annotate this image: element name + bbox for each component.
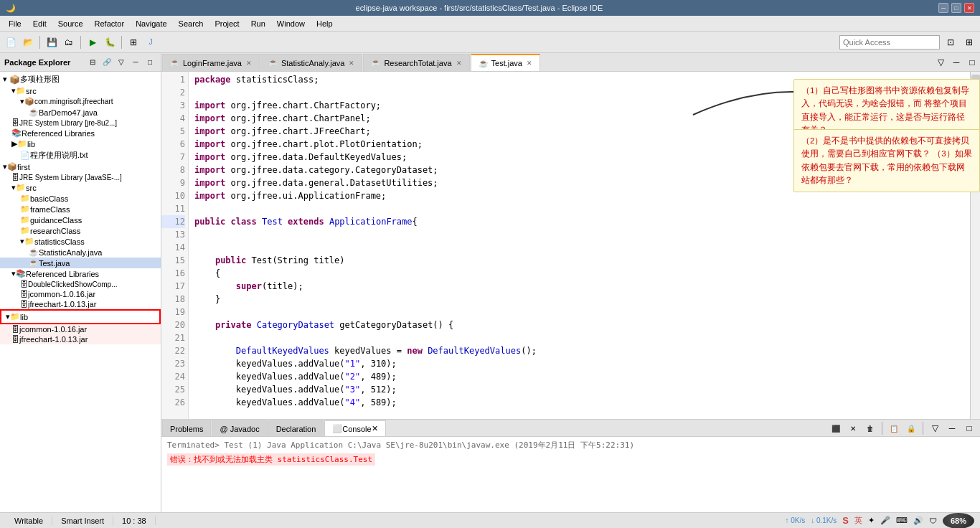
scrollbar-thumb[interactable] [971,75,980,103]
console-copy[interactable]: 📋 [886,420,902,436]
tree-item-research[interactable]: 📁 researchClass [0,225,161,236]
tree-item-jfree-lib[interactable]: 🗄 jfreechart-1.0.13.jar [0,334,161,344]
menu-file[interactable]: File [3,18,27,29]
save-button[interactable]: 💾 [44,34,60,50]
tree-item-jcommon-lib[interactable]: 🗄 jcommon-1.0.16.jar [0,324,161,334]
editor-view-menu[interactable]: ▽ [933,54,948,71]
menu-run[interactable]: Run [245,18,271,29]
package-explorer: Package Explorer ⊟ 🔗 ▽ ─ □ ▾ 📦 多项柱形图 ▾ 📁 [0,53,161,512]
ime-icon[interactable]: S [842,515,849,526]
tree-item-lib1[interactable]: ▶ 📁 lib [0,138,161,149]
close-button[interactable]: ✕ [964,3,974,13]
editor-scrollbar[interactable] [970,72,980,419]
tab-loginframe[interactable]: ☕ LoginFrame.java ✕ [162,54,260,71]
console-view-menu[interactable]: ▽ [927,420,943,436]
console-minimize[interactable]: ─ [944,420,960,436]
pe-view-menu[interactable]: ▽ [115,56,128,69]
code-editor[interactable]: package statisticsClass; import org.jfre… [189,72,980,419]
tree-item-src1[interactable]: ▾ 📁 src [0,85,161,96]
close-tab-1[interactable]: ✕ [246,60,252,67]
save-all-button[interactable]: 🗂 [61,34,77,50]
editor-minimize[interactable]: ─ [948,54,964,71]
quick-access-input[interactable] [839,35,940,50]
menu-project[interactable]: Project [209,18,245,29]
tree-item-basic[interactable]: 📁 basicClass [0,193,161,204]
tree-item-stat-analy[interactable]: ☕ StatisticAnaly.java [0,247,161,258]
open-perspective-button[interactable]: ⊡ [943,34,958,50]
tab-statanaly[interactable]: ☕ StatisticAnaly.java ✕ [260,54,362,71]
menu-help[interactable]: Help [311,18,339,29]
new-button[interactable]: 📄 [3,34,19,50]
tree-item-jre2[interactable]: 🗄 JRE System Library [JavaSE-...] [0,172,161,182]
tab-research[interactable]: ☕ ResearchTotat.java ✕ [363,54,469,71]
console-remove[interactable]: ✕ [845,420,861,436]
tree-item-reflib2[interactable]: ▾ 📚 Referenced Libraries [0,268,161,279]
console-maximize[interactable]: □ [961,420,977,436]
tab-declaration[interactable]: Declaration [268,420,324,436]
tree-item-double[interactable]: 🗄 DoubleClickedShowComp... [0,279,161,289]
pe-minimize[interactable]: ─ [129,56,142,69]
jar-icon4: 🗄 [11,325,19,334]
close-console-tab[interactable]: ✕ [372,424,378,433]
ime-label[interactable]: 英 [854,515,862,526]
tree-item-readme[interactable]: 📄 程序使用说明.txt [0,149,161,161]
project-label: 多项柱形图 [20,74,60,85]
tree-item-first[interactable]: ▾ 📦 first [0,161,161,172]
console-scroll-lock[interactable]: 🔒 [903,420,919,436]
editor-maximize[interactable]: □ [964,54,980,71]
editor-tabs: ☕ LoginFrame.java ✕ ☕ StatisticAnaly.jav… [161,53,980,72]
close-tab-4[interactable]: ✕ [527,60,532,67]
jar-icon5: 🗄 [11,335,19,344]
menu-refactor[interactable]: Refactor [89,18,131,29]
menu-edit[interactable]: Edit [27,18,52,29]
close-tab-3[interactable]: ✕ [456,60,462,67]
tab-javadoc[interactable]: @ Javadoc [212,420,267,436]
toolbar-sep-3 [121,36,122,49]
pe-maximize[interactable]: □ [143,56,156,69]
ref-libraries-label-2: Referenced Libraries [26,270,99,278]
tree-item-bardemo[interactable]: ☕ BarDemo47.java [0,107,161,118]
project-icon2: 📦 [7,162,17,171]
tree-item-duoxiang[interactable]: ▾ 📦 多项柱形图 [0,73,161,85]
maximize-button[interactable]: □ [951,3,961,13]
tree-item-guidance[interactable]: 📁 guidanceClass [0,214,161,225]
tree-item-frame[interactable]: 📁 frameClass [0,204,161,214]
project-icon: ▾ [3,75,7,84]
main-area: Package Explorer ⊟ 🔗 ▽ ─ □ ▾ 📦 多项柱形图 ▾ 📁 [0,53,980,512]
tree-item-test[interactable]: ☕ Test.java [0,258,161,268]
project-folder-icon: 📦 [9,75,20,85]
view-menu-button[interactable]: ⊞ [961,34,977,50]
tree-item-jre1[interactable]: 🗄 JRE System Library [jre-8u2...] [0,118,161,128]
tree-item-reflib1[interactable]: 📚 Referenced Libraries [0,128,161,138]
statistics-icon: 📁 [24,237,34,246]
menu-source[interactable]: Source [52,18,89,29]
tree-item-com[interactable]: ▾ 📦 com.mingrisoft.jfreechart [0,96,161,107]
window-title: eclipse-java workspace - first/src/stati… [20,4,938,12]
console-terminate[interactable]: ⬛ [828,420,844,436]
menu-window[interactable]: Window [271,18,311,29]
tab-problems[interactable]: Problems [162,420,211,436]
tab-console[interactable]: ⬜ Console ✕ [324,420,385,436]
console-clear[interactable]: 🗑 [862,420,878,436]
close-tab-2[interactable]: ✕ [349,60,354,67]
tree-item-lib-highlighted[interactable]: ▾ 📁 lib [0,309,161,324]
perspective-button[interactable]: ⊞ [126,34,141,50]
tab-test[interactable]: ☕ Test.java ✕ [471,54,540,71]
reflib-icon: 📚 [11,128,22,138]
menu-search[interactable]: Search [173,18,209,29]
tree-item-src2[interactable]: ▾ 📁 src [0,182,161,193]
minimize-button[interactable]: ─ [938,3,948,13]
pe-collapse-all[interactable]: ⊟ [86,56,99,69]
menu-navigate[interactable]: Navigate [130,18,172,29]
pe-link-editor[interactable]: 🔗 [100,56,113,69]
java-perspective[interactable]: J [143,34,159,50]
run-button[interactable]: ▶ [85,34,100,50]
jre-icon2: 🗄 [11,173,19,182]
tree-item-jfree2[interactable]: 🗄 jfreechart-1.0.13.jar [0,299,161,309]
debug-button[interactable]: 🐛 [102,34,118,50]
open-button[interactable]: 📂 [20,34,36,50]
tree-item-jcommon2[interactable]: 🗄 jcommon-1.0.16.jar [0,289,161,299]
folder-icon: 📁 [16,86,26,95]
tree-item-statistics[interactable]: ▾ 📁 statisticsClass [0,236,161,247]
java-icon3: ☕ [29,258,39,268]
